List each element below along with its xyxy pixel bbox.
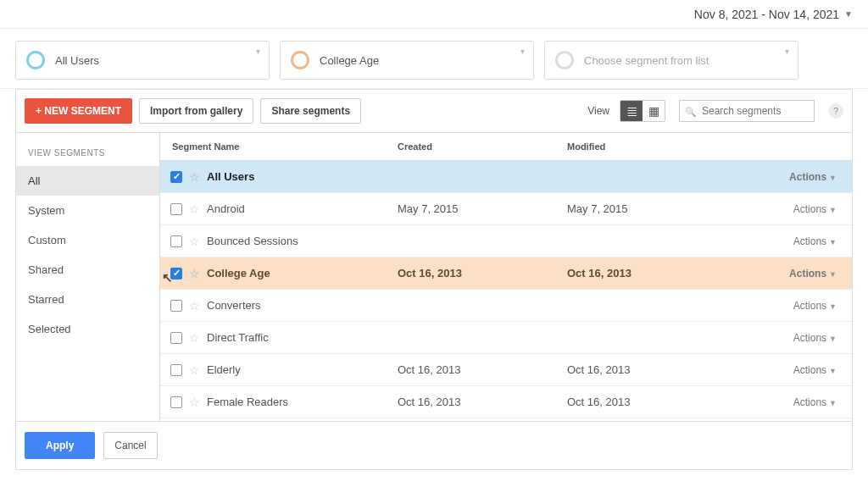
- sidebar-item-all[interactable]: All: [16, 166, 159, 196]
- row-checkbox[interactable]: [170, 396, 182, 408]
- actions-menu[interactable]: Actions▼: [737, 171, 852, 183]
- star-icon[interactable]: ☆: [189, 267, 200, 280]
- row-checkbox[interactable]: [170, 300, 182, 312]
- chevron-down-icon: ▾: [520, 47, 525, 56]
- actions-menu[interactable]: Actions▼: [737, 396, 852, 408]
- caret-down-icon: ▼: [829, 335, 837, 343]
- search-icon: [685, 105, 700, 118]
- row-checkbox[interactable]: ✓: [170, 171, 182, 183]
- table-row[interactable]: ☆ Bounced Sessions Actions▼: [160, 225, 852, 257]
- cell-modified: Oct 16, 2013: [567, 267, 737, 279]
- table-row[interactable]: ☆ Made a Purchase Actions▼: [160, 418, 852, 421]
- col-modified: Modified: [567, 141, 737, 152]
- date-range-bar[interactable]: Nov 8, 2021 - Nov 14, 2021 ▼: [0, 0, 868, 29]
- cell-modified: Oct 16, 2013: [567, 363, 737, 376]
- apply-button[interactable]: Apply: [25, 432, 95, 459]
- sidebar-item-starred[interactable]: Starred: [16, 285, 159, 314]
- actions-menu[interactable]: Actions▼: [737, 364, 852, 376]
- segment-ring-icon: [555, 51, 574, 69]
- row-checkbox[interactable]: [170, 203, 182, 215]
- cell-modified: May 7, 2015: [567, 202, 737, 215]
- new-segment-button[interactable]: + NEW SEGMENT: [25, 98, 132, 124]
- cell-created: May 7, 2015: [398, 202, 567, 215]
- segment-ring-icon: [291, 51, 309, 69]
- caret-down-icon: ▼: [829, 206, 837, 214]
- sidebar-title: VIEW SEGMENTS: [16, 133, 159, 166]
- table-row[interactable]: ☆ Female Readers Oct 16, 2013 Oct 16, 20…: [160, 386, 852, 418]
- star-icon[interactable]: ☆: [189, 235, 200, 248]
- actions-menu[interactable]: Actions▼: [737, 235, 852, 247]
- row-checkbox[interactable]: [170, 332, 182, 344]
- actions-menu[interactable]: Actions▼: [737, 332, 852, 344]
- table-row[interactable]: ☆ Elderly Oct 16, 2013 Oct 16, 2013 Acti…: [160, 354, 852, 386]
- search-field[interactable]: [679, 100, 815, 122]
- star-icon[interactable]: ☆: [189, 299, 200, 313]
- panel-footer: Apply Cancel: [16, 421, 852, 469]
- segment-chip-label: All Users: [55, 54, 99, 67]
- actions-menu[interactable]: Actions▼: [737, 268, 852, 279]
- cell-modified: Oct 16, 2013: [567, 396, 737, 408]
- sidebar-item-custom[interactable]: Custom: [16, 225, 159, 255]
- star-icon[interactable]: ☆: [189, 363, 200, 377]
- star-icon[interactable]: ☆: [189, 396, 200, 409]
- segment-ring-icon: [26, 51, 45, 69]
- col-segment-name: Segment Name: [160, 141, 398, 152]
- segment-name: College Age: [207, 267, 270, 279]
- actions-menu[interactable]: Actions▼: [737, 300, 852, 312]
- segment-name: Female Readers: [207, 396, 288, 408]
- sidebar-item-shared[interactable]: Shared: [16, 255, 159, 285]
- segment-name: Converters: [207, 299, 261, 312]
- col-created: Created: [398, 141, 567, 152]
- segment-name: Bounced Sessions: [207, 235, 298, 247]
- row-checkbox[interactable]: [170, 364, 182, 376]
- table-row[interactable]: ✓ ☆ All Users Actions▼: [160, 161, 852, 193]
- row-checkbox[interactable]: ✓: [170, 268, 182, 279]
- help-icon[interactable]: ?: [828, 103, 843, 119]
- star-icon[interactable]: ☆: [189, 331, 200, 345]
- caret-down-icon: ▼: [829, 367, 837, 375]
- segment-chip[interactable]: All Users ▾: [15, 41, 270, 80]
- view-label: View: [587, 105, 609, 117]
- table-row[interactable]: ✓ ↖ ☆ College Age Oct 16, 2013 Oct 16, 2…: [160, 257, 852, 290]
- segment-name: Direct Traffic: [207, 331, 269, 344]
- caret-down-icon: ▼: [829, 238, 837, 246]
- segment-chip[interactable]: Choose segment from list ▾: [544, 41, 798, 80]
- row-checkbox[interactable]: [170, 235, 182, 247]
- cell-created: Oct 16, 2013: [398, 396, 567, 408]
- segment-name: Elderly: [207, 363, 241, 376]
- table-header: Segment Name Created Modified: [160, 133, 852, 161]
- table-row[interactable]: ☆ Converters Actions▼: [160, 290, 852, 322]
- star-icon[interactable]: ☆: [189, 202, 200, 216]
- segment-chip-label: College Age: [320, 54, 379, 67]
- search-input[interactable]: [700, 104, 831, 118]
- segment-name: All Users: [207, 170, 254, 183]
- grid-icon: [648, 104, 659, 118]
- grid-view-button[interactable]: [643, 101, 665, 121]
- sidebar-item-system[interactable]: System: [16, 196, 159, 225]
- sidebar-item-selected[interactable]: Selected: [16, 314, 159, 344]
- view-toggle: [620, 100, 665, 122]
- cell-created: Oct 16, 2013: [398, 363, 567, 376]
- cancel-button[interactable]: Cancel: [103, 432, 157, 459]
- segments-panel: + NEW SEGMENT Import from gallery Share …: [15, 89, 853, 470]
- panel-body: VIEW SEGMENTS AllSystemCustomSharedStarr…: [16, 133, 852, 421]
- segment-name: Android: [207, 202, 245, 215]
- segment-chip-label: Choose segment from list: [584, 54, 709, 67]
- import-button[interactable]: Import from gallery: [139, 98, 253, 124]
- segment-chip[interactable]: College Age ▾: [280, 41, 534, 80]
- share-button[interactable]: Share segments: [260, 98, 361, 124]
- table-row[interactable]: ☆ Android May 7, 2015 May 7, 2015 Action…: [160, 193, 852, 225]
- list-icon: [626, 103, 637, 119]
- table-row[interactable]: ☆ Direct Traffic Actions▼: [160, 322, 852, 354]
- caret-down-icon: ▼: [844, 9, 853, 19]
- cell-created: Oct 16, 2013: [398, 267, 567, 279]
- chevron-down-icon: ▾: [256, 47, 260, 56]
- sidebar: VIEW SEGMENTS AllSystemCustomSharedStarr…: [16, 133, 160, 421]
- toolbar: + NEW SEGMENT Import from gallery Share …: [16, 90, 852, 133]
- list-view-button[interactable]: [620, 101, 643, 121]
- actions-menu[interactable]: Actions▼: [737, 203, 852, 215]
- caret-down-icon: ▼: [829, 270, 837, 279]
- segments-table: Segment Name Created Modified ✓ ☆ All Us…: [160, 133, 852, 421]
- caret-down-icon: ▼: [829, 174, 837, 182]
- star-icon[interactable]: ☆: [189, 170, 200, 184]
